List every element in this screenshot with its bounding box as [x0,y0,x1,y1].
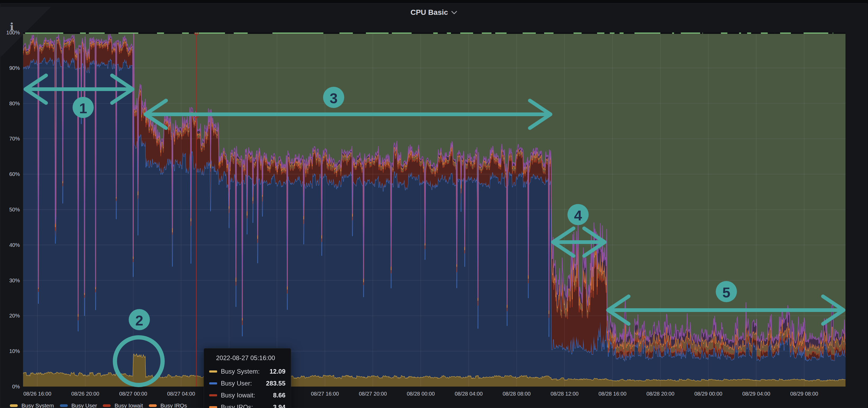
cpu-usage-chart[interactable] [23,33,845,386]
tooltip-timestamp: 2022-08-27 05:16:00 [216,354,285,362]
legend-swatch [103,404,111,407]
series-color-dash [209,394,217,396]
x-tick-label: 08/28 16:00 [598,391,626,397]
x-tick-label: 08/27 20:00 [359,391,387,397]
x-tick-label: 08/28 08:00 [503,391,531,397]
y-tick-label: 90% [0,65,20,71]
x-tick-label: 08/27 16:00 [311,391,339,397]
tooltip-series-value: 8.66 [273,392,285,399]
y-tick-label: 80% [0,100,20,106]
x-tick-label: 08/28 12:00 [551,391,579,397]
y-tick-label: 10% [0,348,20,354]
tooltip-row: Busy IRQs:3.94 [209,401,285,408]
y-tick-label: 50% [0,207,20,213]
tooltip-series-label: Busy Iowait: [221,392,255,399]
panel-title-text: CPU Basic [410,8,448,17]
x-tick-label: 08/26 20:00 [71,391,99,397]
tooltip-row: Busy User:283.55 [209,377,285,389]
x-tick-label: 08/29 04:00 [742,391,770,397]
legend-label: Busy System [22,402,54,408]
y-tick-label: 60% [0,171,20,177]
y-tick-label: 30% [0,277,20,283]
tooltip-series-value: 3.94 [273,404,285,408]
y-tick-label: 70% [0,136,20,142]
legend-swatch [60,404,68,407]
legend-label: Busy User [71,402,97,408]
legend: Busy SystemBusy UserBusy IowaitBusy IRQs [10,402,187,408]
x-tick-label: 08/28 00:00 [407,391,435,397]
x-tick-label: 08/29 00:00 [694,391,722,397]
legend-label: Busy Iowait [114,402,143,408]
series-color-dash [209,406,217,408]
legend-swatch [149,404,157,407]
tooltip-series-label: Busy System: [221,368,260,375]
tooltip-series-label: Busy User: [221,380,252,387]
legend-item-busy-iowait[interactable]: Busy Iowait [103,402,143,408]
tooltip-series-value: 12.09 [270,368,285,375]
tooltip-series-label: Busy IRQs: [221,404,253,408]
y-tick-label: 20% [0,313,20,319]
y-tick-label: 40% [0,242,20,248]
legend-item-busy-irqs[interactable]: Busy IRQs [149,402,187,408]
x-tick-label: 08/26 16:00 [23,391,51,397]
x-tick-label: 08/28 04:00 [455,391,483,397]
legend-item-busy-user[interactable]: Busy User [60,402,97,408]
panel-title[interactable]: CPU Basic [410,8,457,17]
legend-label: Busy IRQs [160,402,187,408]
chart-tooltip: 2022-08-27 05:16:00 Busy System:12.09Bus… [204,348,291,408]
x-tick-label: 08/27 00:00 [119,391,147,397]
x-tick-label: 08/29 08:00 [790,391,818,397]
tooltip-row: Busy System:12.09 [209,365,285,377]
x-tick-label: 08/28 20:00 [646,391,675,397]
tooltip-row: Busy Iowait:8.66 [209,389,285,401]
y-tick-label: 0% [0,384,20,390]
chevron-down-icon [451,11,457,14]
tooltip-series-value: 283.55 [266,380,285,387]
cpu-basic-panel: i CPU Basic 0%10%20%30%40%50%60%70%80%90… [0,3,867,408]
series-color-dash [209,382,217,384]
x-tick-label: 08/27 04:00 [167,391,195,397]
series-color-dash [209,370,217,373]
grafana-dashboard: { "header": { "title": "CPU Basic" }, "i… [0,0,868,408]
legend-item-busy-system[interactable]: Busy System [10,402,54,408]
legend-swatch [10,404,18,407]
y-tick-label: 100% [0,30,20,36]
